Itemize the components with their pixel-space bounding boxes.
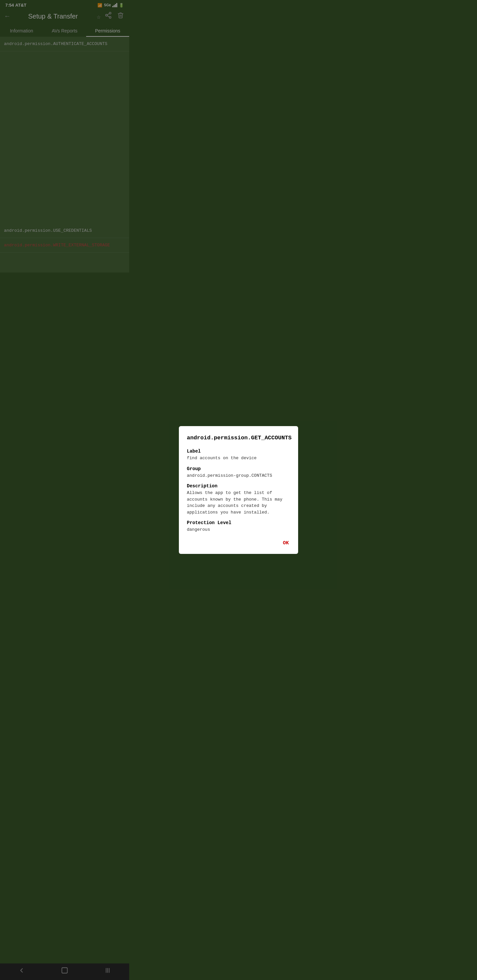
dialog-overlay: android.permission.GET_ACCOUNTS Label fi… [0, 0, 129, 272]
